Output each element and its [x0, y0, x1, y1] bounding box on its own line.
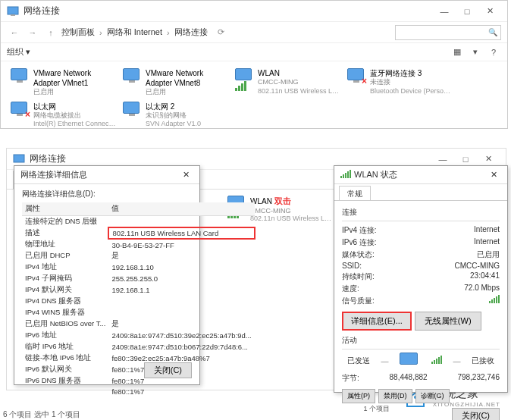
wifi-icon [431, 356, 442, 365]
details-button[interactable]: 详细信息(E)... [342, 312, 412, 331]
window-icon [7, 5, 19, 17]
close-button[interactable]: ✕ [486, 170, 501, 180]
table-row[interactable]: IPv6 DNS 服务器fe80::1%7 [22, 375, 255, 387]
property-name [22, 387, 108, 396]
property-name: 已启用 NetBIOS over T... [22, 318, 108, 330]
property-value: 30-B4-9E-53-27-FF [108, 239, 254, 250]
recv-label: 已接收 [472, 356, 494, 366]
adapter-list: VMware Network Adapter VMnet1已启用 VMware … [1, 61, 507, 136]
property-name: IPv6 默认网关 [22, 364, 108, 375]
chevron-right-icon: › [165, 28, 171, 37]
adapter-item[interactable]: VMware Network Adapter VMnet1已启用 [8, 66, 121, 99]
breadcrumb-item[interactable]: 网络和 Internet [107, 27, 162, 38]
row-value: 23:04:41 [470, 271, 500, 282]
table-row[interactable]: IPv6 地址2409:8a1e:9747:d510:39e2:ec25:a47… [22, 330, 255, 341]
breadcrumb-item[interactable]: 控制面板 [61, 27, 95, 38]
status-row: 持续时间:23:04:41 [342, 271, 500, 283]
status-row: 速度:72.0 Mbps [342, 283, 500, 295]
property-name: 已启用 DHCP [22, 250, 108, 262]
adapter-desc: 802.11n USB Wireless LAN Card [250, 215, 334, 222]
svg-rect-2 [14, 155, 24, 162]
property-value: 192.168.1.10 [108, 262, 254, 273]
properties-table: 属性 值 连接特定的 DNS 后缀描述802.11n USB Wireless … [22, 202, 256, 396]
tab-bar: 常规 [334, 184, 507, 201]
close-button[interactable]: ✕ [478, 3, 501, 20]
adapter-item[interactable]: WLANCMCC-MING802.11n USB Wireless LAN Ca… [233, 66, 345, 99]
property-name: 链接-本地 IPv6 地址 [22, 353, 108, 364]
properties-button[interactable]: 属性(P) [342, 389, 375, 403]
col-value: 值 [108, 202, 254, 216]
table-row[interactable]: 临时 IPv6 地址2409:8a1e:9747:d510:b067:22d9:… [22, 341, 255, 353]
adapter-desc: SVN Adapter V1.0 [146, 120, 201, 129]
table-row[interactable]: 连接特定的 DNS 后缀 [22, 216, 255, 228]
signal-bars-icon [489, 296, 500, 306]
table-row[interactable]: IPv4 DNS 服务器 [22, 296, 255, 307]
table-row[interactable]: IPv4 默认网关192.168.1.1 [22, 284, 255, 296]
property-value [108, 216, 254, 228]
table-row[interactable]: 物理地址30-B4-9E-53-27-FF [22, 239, 255, 250]
dialog-titlebar: 网络连接详细信息 ✕ [14, 166, 199, 184]
adapter-item[interactable]: VMware Network Adapter VMnet8已启用 [121, 66, 233, 99]
wlan-status-dialog: WLAN 状态 ✕ 常规 连接 IPv4 连接:InternetIPv6 连接:… [334, 165, 508, 393]
property-name: IPv4 默认网关 [22, 284, 108, 296]
property-value: 是 [108, 318, 254, 330]
adapter-item[interactable]: 以太网 2未识别的网络SVN Adapter V1.0 [121, 99, 233, 131]
adapter-status: 未识别的网络 [146, 111, 201, 121]
adapter-status: CMCC-MING [258, 78, 341, 87]
table-row[interactable]: IPv6 默认网关fe80::1%7 [22, 364, 255, 375]
adapter-name: 以太网 [33, 102, 117, 111]
maximize-button[interactable]: □ [456, 3, 478, 20]
bytes-recv: 798,232,746 [457, 373, 500, 384]
adapter-status: CMCC-MING [250, 207, 334, 215]
back-button[interactable]: ← [7, 25, 22, 40]
property-name: IPv4 子网掩码 [22, 273, 108, 284]
property-name: IPv4 WINS 服务器 [22, 307, 108, 318]
disable-button[interactable]: 禁用(D) [378, 389, 412, 403]
adapter-item[interactable]: 以太网网络电缆被拔出Intel(R) Ethernet Connection (… [8, 99, 121, 131]
diagnose-button[interactable]: 诊断(G) [415, 389, 450, 403]
table-row[interactable]: fe80::1%7 [22, 387, 255, 396]
row-value: Internet [474, 237, 500, 248]
adapter-item[interactable]: 蓝牙网络连接 3未连接Bluetooth Device (Personal Ar… [345, 66, 457, 99]
bytes-row: 字节: 88,448,882 798,232,746 [342, 372, 500, 384]
window-icon [13, 153, 25, 165]
up-button[interactable]: ↑ [43, 25, 58, 40]
table-row[interactable]: 链接-本地 IPv6 地址fe80::39e2:ec25:a47b:9a48%7 [22, 353, 255, 364]
activity-row: 已发送 — — 已接收 [342, 353, 500, 369]
close-dialog-button[interactable]: 关闭(C) [452, 408, 500, 420]
adapter-desc: Intel(R) Ethernet Connection (2... [33, 120, 117, 129]
row-value: CMCC-MING [455, 262, 500, 270]
minimize-button[interactable]: — [433, 3, 456, 20]
table-row[interactable]: IPv4 子网掩码255.255.255.0 [22, 273, 255, 284]
help-icon[interactable]: ? [486, 45, 501, 60]
property-name: 物理地址 [22, 239, 108, 250]
row-label: 媒体状态: [342, 249, 375, 260]
status-row: 信号质量: [342, 295, 500, 307]
table-row[interactable]: IPv4 WINS 服务器 [22, 307, 255, 318]
refresh-button[interactable]: ⟳ [214, 25, 229, 40]
close-button[interactable]: ✕ [178, 170, 193, 180]
view-dropdown-icon[interactable]: ▾ [468, 45, 483, 60]
search-input[interactable]: 🔍 [395, 25, 501, 40]
wireless-props-button[interactable]: 无线属性(W) [415, 312, 481, 331]
table-row[interactable]: 已启用 DHCP是 [22, 250, 255, 262]
dash-icon: — [453, 357, 460, 365]
view-icon[interactable]: ▦ [450, 45, 465, 60]
sent-label: 已发送 [347, 356, 370, 366]
property-value: 2409:8a1e:9747:d510:b067:22d9:7d48:6... [108, 341, 254, 353]
property-value [108, 307, 254, 318]
organize-menu[interactable]: 组织 ▾ [7, 46, 30, 58]
ethernet-icon [123, 102, 141, 120]
adapter-icon [11, 68, 29, 86]
forward-button[interactable]: → [25, 25, 40, 40]
table-row[interactable]: 描述802.11n USB Wireless LAN Card [22, 227, 255, 239]
close-dialog-button[interactable]: 关闭(C) [144, 362, 192, 378]
breadcrumb-item[interactable]: 网络连接 [174, 27, 208, 38]
status-row: IPv6 连接:Internet [342, 237, 500, 249]
table-row[interactable]: 已启用 NetBIOS over T...是 [22, 318, 255, 330]
section-connection: 连接 [342, 207, 500, 218]
table-row[interactable]: IPv4 地址192.168.1.10 [22, 262, 255, 273]
tab-general[interactable]: 常规 [339, 186, 371, 200]
status-row: SSID:CMCC-MING [342, 261, 500, 271]
row-value: 72.0 Mbps [464, 284, 500, 294]
